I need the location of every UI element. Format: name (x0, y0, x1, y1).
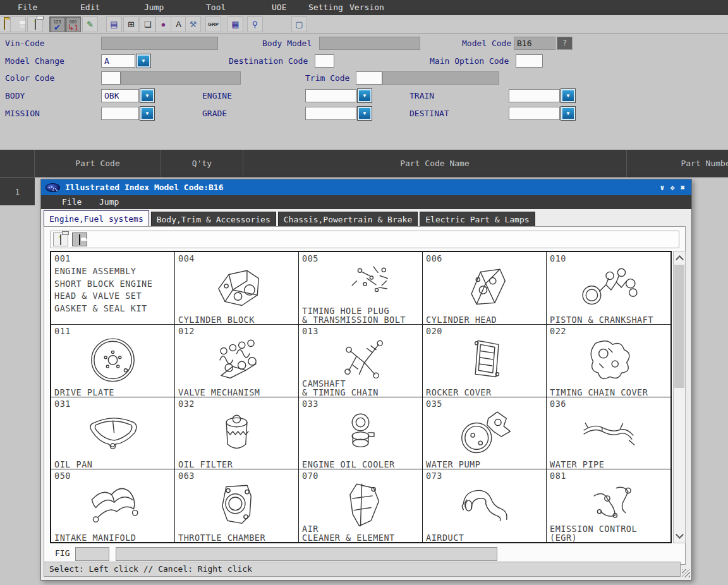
save-edit-icon[interactable]: ✎ (82, 16, 98, 32)
part-cell-050[interactable]: 050INTAKE MANIFOLD (51, 469, 175, 542)
maximize-icon[interactable]: ✥ (670, 184, 675, 191)
dialog-menu-jump[interactable]: Jump (99, 195, 119, 209)
body-model-field[interactable] (319, 37, 420, 50)
part-cell-012[interactable]: 012VALVE MECHANISM (175, 325, 299, 397)
selection-area-icon[interactable]: ▢ (291, 16, 307, 32)
part-cell-033[interactable]: 033ENGINE OIL COOLER (299, 397, 423, 470)
dialog-titlebar[interactable]: Illustrated Index Model Code:B16 ∨✥✖ (41, 179, 691, 195)
fig-pages-icon[interactable]: ❏ (140, 16, 155, 32)
part-cell-013[interactable]: 013CAMSHAFT & TIMING CHAIN (299, 325, 423, 397)
vin-code-label: Vin-Code (5, 37, 45, 50)
document-check-icon[interactable]: ▤ (106, 16, 122, 32)
part-cell-081[interactable]: 081EMISSION CONTROL (EGR) (547, 469, 670, 542)
document-search-icon[interactable]: ⚲ (247, 16, 263, 32)
part-cell-036[interactable]: 036WATER PIPE (547, 397, 670, 470)
destinat-label: DESTINAT (410, 107, 449, 120)
part-cell-073[interactable]: 073AIRDUCT (423, 469, 547, 542)
color-code-field[interactable] (101, 71, 121, 85)
tab-body-trim-accessories[interactable]: Body,Trim & Accessories (151, 212, 276, 227)
tab-chassis-powertrain-brake[interactable]: Chassis,Powertrain & Brake (278, 212, 418, 227)
grade-combobox[interactable] (305, 107, 356, 120)
model-code-field[interactable]: B16 (514, 37, 555, 50)
save-icon[interactable] (10, 16, 26, 32)
print-icon[interactable] (27, 16, 43, 32)
engine-combobox[interactable] (305, 89, 356, 102)
part-cell-005[interactable]: 005TIMING HOLE PLUG & TRANSMISSION BOLT (299, 252, 423, 325)
validate-123-icon[interactable]: 123✔ (49, 16, 65, 32)
grid-scrollbar[interactable] (673, 251, 686, 543)
group-icon[interactable]: GRP (205, 16, 221, 32)
tools-icon[interactable]: ⚒ (185, 16, 201, 32)
part-cell-022[interactable]: 022TIMING CHAIN COVER (547, 325, 670, 397)
font-input-icon[interactable]: A (171, 16, 186, 32)
part-cell-063[interactable]: 063THROTTLE CHAMBER (175, 469, 299, 542)
body-combobox[interactable]: OBK (101, 89, 139, 102)
main-toolbar: 123✔000↳1✎▤⊞❏●A⚒GRP▦⚲▢ (0, 15, 728, 33)
table-grid-icon[interactable]: ⊞ (123, 16, 139, 32)
fig-label: FIG (55, 548, 70, 558)
menu-setting[interactable]: Setting (308, 0, 343, 15)
menu-tool[interactable]: Tool (206, 0, 226, 15)
renumber-001-icon[interactable]: 000↳1 (65, 16, 81, 32)
parts-table-header: Part CodeQ'tyPart Code NamePart Number (0, 150, 728, 178)
fig-code-field[interactable] (75, 547, 109, 561)
mission-dropdown-icon[interactable]: ▼ (140, 106, 155, 121)
model-change-dropdown-icon[interactable]: ▼ (136, 54, 151, 68)
part-cell-004[interactable]: 004CYLINDER BLOCK (175, 252, 299, 325)
part-cell-032[interactable]: 032OIL FILTER (175, 397, 299, 470)
scrollbar-thumb[interactable] (674, 265, 684, 388)
clipboard-table-icon[interactable]: ▦ (228, 16, 243, 32)
model-code-help-button[interactable]: ? (557, 37, 573, 50)
train-combobox[interactable] (509, 89, 560, 102)
destinat-combobox[interactable] (509, 107, 560, 120)
part-cell-010[interactable]: 010PISTON & CRANKSHAFT (547, 252, 670, 325)
part-illustration-throttle (180, 479, 293, 531)
main-option-code-field[interactable] (516, 54, 543, 68)
part-cell-006[interactable]: 006CYLINDER HEAD (423, 252, 547, 325)
collapse-icon[interactable]: ∨ (660, 184, 664, 191)
close-icon[interactable]: ✖ (681, 184, 685, 191)
trim-code-name-field[interactable] (382, 71, 499, 85)
body-dropdown-icon[interactable]: ▼ (140, 88, 155, 103)
menu-version[interactable]: Version (349, 0, 384, 15)
model-change-combobox[interactable]: A (101, 54, 135, 68)
column-header-part-code[interactable]: Part Code (35, 150, 161, 177)
menu-uoe[interactable]: UOE (272, 0, 286, 15)
model-code-label: Model Code (462, 37, 511, 50)
menu-edit[interactable]: Edit (80, 0, 100, 15)
part-cell-001[interactable]: 001ENGINE ASSEMBLY SHORT BLOCK ENGINE HE… (51, 252, 175, 325)
part-cell-070[interactable]: 070AIR CLEANER & ELEMENT (299, 469, 423, 542)
illustration-view-button[interactable] (72, 232, 87, 246)
resize-grip[interactable] (682, 569, 690, 577)
column-header-part-number[interactable]: Part Number (627, 150, 728, 177)
dialog-tabs: Engine,Fuel systemsBody,Trim & Accessori… (44, 212, 535, 227)
part-cell-020[interactable]: 020ROCKER COVER (423, 325, 547, 397)
destination-code-field[interactable] (315, 54, 334, 68)
tab-electric-part-lamps[interactable]: Electric Part & Lamps (420, 212, 535, 227)
column-header-q-ty[interactable]: Q'ty (161, 150, 243, 177)
grade-dropdown-icon[interactable]: ▼ (357, 106, 372, 121)
menu-jump[interactable]: Jump (144, 0, 164, 15)
part-cell-011[interactable]: 011DRIVE PLATE (51, 325, 175, 397)
tab-engine-fuel-systems[interactable]: Engine,Fuel systems (44, 210, 149, 227)
part-cell-035[interactable]: 035WATER PUMP (423, 397, 547, 470)
dialog-menubar: FileJump (41, 195, 691, 209)
scroll-down-icon[interactable] (676, 531, 684, 539)
engine-dropdown-icon[interactable]: ▼ (357, 88, 372, 103)
menu-file[interactable]: File (18, 0, 37, 15)
column-header-part-code-name[interactable]: Part Code Name (243, 150, 627, 177)
color-code-name-field[interactable] (121, 71, 241, 85)
mission-combobox[interactable] (101, 107, 139, 120)
print-button[interactable] (53, 232, 68, 246)
fig-name-field[interactable] (116, 547, 497, 561)
dialog-menu-file[interactable]: File (62, 195, 82, 209)
status-text: Select: Left click // Cancel: Right clic… (49, 564, 252, 574)
column-header-rownum[interactable] (0, 150, 35, 177)
part-cell-031[interactable]: 031OIL PAN (51, 397, 175, 470)
vin-code-field[interactable] (101, 37, 218, 50)
car-inquiry-icon[interactable]: ● (155, 16, 171, 32)
destinat-dropdown-icon[interactable]: ▼ (561, 106, 576, 121)
scroll-up-icon[interactable] (676, 255, 684, 263)
trim-code-field[interactable] (356, 71, 382, 85)
train-dropdown-icon[interactable]: ▼ (561, 88, 576, 103)
